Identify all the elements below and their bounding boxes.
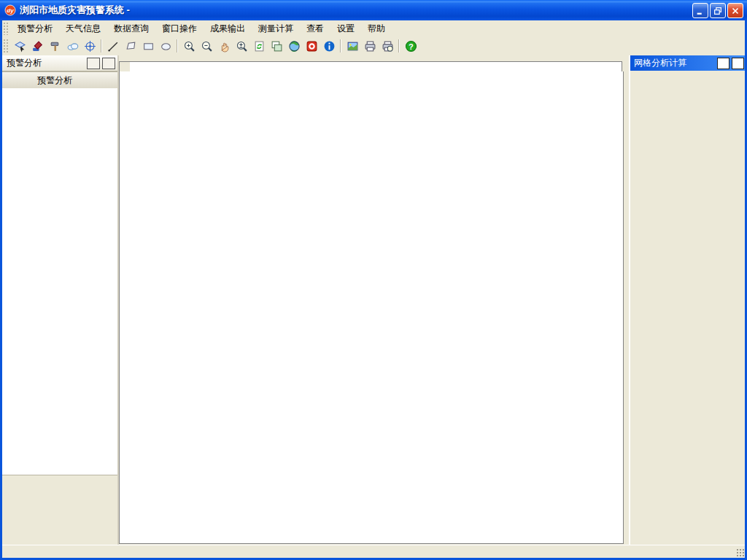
toolbar-button-refresh[interactable] [251,38,268,55]
cloud-icon [66,40,79,52]
toolbar-button-pan[interactable] [216,38,233,55]
polygon-icon [125,40,137,52]
right-panel-title: 网格分析计算 [630,57,717,69]
menu-item-8[interactable]: 帮助 [361,21,392,36]
left-panel-header-label: 预警分析 [7,74,103,87]
toolbar-button-print[interactable] [362,38,379,55]
menu-item-0[interactable]: 预警分析 [11,21,59,36]
paint-icon [31,40,44,52]
help-icon: ? [405,40,417,52]
toolbar-button-line[interactable] [105,38,122,55]
window-controls [692,3,743,18]
right-panel-close-button[interactable] [732,58,744,69]
pan-icon [218,40,231,52]
print-preview-icon [382,40,394,52]
menu-grip[interactable] [3,22,8,35]
toolbar-button-hammer[interactable] [47,38,63,55]
status-bar [0,545,747,559]
refresh-icon [253,40,266,52]
toolbar-button-info[interactable] [321,38,338,55]
svg-text:dy: dy [7,7,14,14]
print-icon [364,40,376,52]
menu-item-7[interactable]: 设置 [330,21,361,36]
app-window: dy 浏阳市地质灾害预警系统 - 预警分析天气信息数据查询窗口操作成果输出测量计… [0,0,747,560]
left-panel-body [2,88,117,475]
zoom-in-icon [183,40,196,52]
svg-text:?: ? [409,42,414,50]
right-panel: 网格分析计算 [629,55,746,545]
hammer-icon [49,40,61,52]
left-panel-title: 预警分析 [2,57,87,69]
restore-button[interactable] [710,3,726,18]
logo-icon: dy [4,4,16,16]
toolbar-button-paint[interactable] [29,38,46,55]
toolbar-button-polygon[interactable] [123,38,139,55]
toolbar-button-zoom-out[interactable] [198,38,215,55]
info-icon [323,40,336,52]
globe-icon [288,40,301,52]
map-canvas[interactable] [130,71,624,544]
close-button[interactable] [727,3,743,18]
toolbar-button-print-preview[interactable] [379,38,396,55]
toolbar-button-zoom-extent[interactable] [233,38,250,55]
toolbar-separator [177,39,178,52]
line-icon [107,40,120,52]
left-panel-pin-button[interactable] [87,58,100,69]
toolbar-button-help[interactable]: ? [403,38,419,55]
toolbar-separator [398,39,400,52]
menu-bar: 预警分析天气信息数据查询窗口操作成果输出测量计算查看设置帮助 [0,20,747,37]
toolbar-button-stop[interactable] [303,38,320,55]
left-panel-title-bar: 预警分析 [2,55,117,71]
toolbar-button-copy-window[interactable] [268,38,285,55]
menu-item-3[interactable]: 窗口操作 [155,21,204,36]
minimize-button[interactable] [692,3,708,18]
window-left-border [0,20,2,558]
center-icon [84,40,96,52]
select-region-icon [14,40,26,52]
toolbar-separator [101,39,102,52]
title-bar: dy 浏阳市地质灾害预警系统 - [0,0,747,20]
toolbar-button-globe[interactable] [286,38,303,55]
toolbar-separator [340,39,341,52]
stop-icon [306,40,318,52]
window-title: 浏阳市地质灾害预警系统 - [20,4,130,17]
left-panel: 预警分析 预警分析 [2,55,119,545]
left-panel-header[interactable]: 预警分析 [2,71,117,90]
minimize-icon [695,6,705,16]
toolbar-button-rectangle[interactable] [140,38,157,55]
toolbar-grip[interactable] [3,39,8,54]
toolbar-button-ellipse[interactable] [158,38,174,55]
rectangle-icon [142,40,155,52]
toolbar-button-zoom-in[interactable] [181,38,198,55]
zoom-out-icon [201,40,213,52]
toolbar-button-map-image[interactable] [344,38,361,55]
close-w-icon [730,6,740,16]
menu-item-4[interactable]: 成果输出 [204,21,252,36]
copy-window-icon [271,40,283,52]
app-logo-icon: dy [4,4,16,16]
toolbar-button-cloud[interactable] [64,38,81,55]
toolbar-button-select-region[interactable] [12,38,28,55]
zoom-extent-icon [236,40,248,52]
ellipse-icon [160,40,172,52]
toolbar: ? [0,36,747,56]
menu-item-2[interactable]: 数据查询 [107,21,155,36]
right-panel-title-bar: 网格分析计算 [630,55,746,71]
map-image-icon [347,40,359,52]
restore-icon [713,6,723,16]
menu-item-1[interactable]: 天气信息 [59,21,107,36]
left-panel-close-button[interactable] [102,58,115,69]
right-panel-pin-button[interactable] [717,58,729,69]
resize-grip[interactable] [736,548,745,557]
menu-item-6[interactable]: 查看 [300,21,330,36]
map-region [119,55,629,545]
toolbar-button-center[interactable] [82,38,98,55]
menu-item-5[interactable]: 测量计算 [252,21,300,36]
